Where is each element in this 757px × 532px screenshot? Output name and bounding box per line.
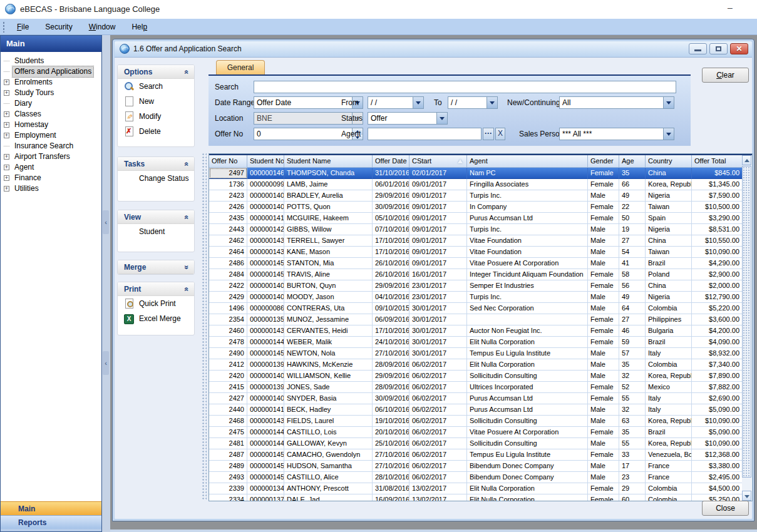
close-button[interactable]: Close — [702, 501, 749, 516]
table-row[interactable]: 24860000001452STANTON, Mia26/10/201609/0… — [209, 258, 743, 269]
sidebar-item-students[interactable]: Students — [1, 56, 101, 66]
tasks-item-change-status[interactable]: Change Status — [118, 171, 194, 186]
expand-plus-icon[interactable]: + — [4, 90, 9, 96]
sidebar-item-diary[interactable]: Diary — [1, 98, 101, 109]
sidebar-item-homestay[interactable]: +Homestay — [1, 120, 101, 130]
to-date-select[interactable]: / / — [448, 96, 498, 109]
table-row[interactable]: 24930000001459CASTILLO, Alice28/10/20160… — [209, 472, 743, 483]
expand-plus-icon[interactable]: + — [4, 133, 9, 138]
table-row[interactable]: 24120000001396HAWKINS, McKenzie28/09/201… — [209, 359, 743, 371]
sidebar-item-classes[interactable]: +Classes — [1, 109, 101, 120]
column-header-student-name[interactable]: Student Name — [284, 155, 373, 168]
agent-browse-button[interactable]: ··· — [483, 128, 494, 140]
column-header-offer-date[interactable]: Offer Date — [373, 155, 409, 168]
chevron-up-icon[interactable]: « — [185, 157, 189, 171]
sidebar-item-airport-transfers[interactable]: +Airport Transfers — [1, 151, 101, 162]
sidebar-item-offers-and-applications[interactable]: Offers and Applications — [1, 66, 101, 77]
new-continuing-select[interactable]: All — [559, 96, 674, 109]
sidebar-item-finance[interactable]: +Finance — [1, 173, 101, 183]
table-row[interactable]: 24900000001456NEWTON, Nola27/10/201630/0… — [209, 348, 743, 359]
table-row[interactable]: 24890000001455HUDSON, Samantha27/10/2016… — [209, 461, 743, 472]
table-row[interactable]: 24810000001448GALLOWAY, Kevyn25/10/20160… — [209, 438, 743, 449]
search-input[interactable] — [254, 81, 676, 93]
agent-clear-button[interactable]: X — [495, 128, 505, 140]
table-row[interactable]: 24200000001400WILLIAMSON, Kellie29/09/20… — [209, 371, 743, 382]
view-item-student[interactable]: Student — [118, 224, 194, 239]
table-row[interactable]: 24400000001418BECK, Hadley06/10/201606/0… — [209, 404, 743, 416]
chevron-down-icon[interactable]: » — [185, 260, 189, 274]
table-row[interactable]: 23390000001346ANTHONY, Prescott31/08/201… — [209, 483, 743, 494]
panel-grid-splitter[interactable] — [202, 153, 207, 501]
expand-plus-icon[interactable]: + — [4, 154, 9, 160]
sales-person-select[interactable]: *** All *** — [559, 128, 674, 140]
panel-print-header[interactable]: Print« — [118, 282, 194, 296]
window-minimize-button[interactable] — [689, 43, 707, 54]
column-header-offer-total[interactable]: Offer Total — [692, 155, 743, 168]
from-date-select[interactable]: / / — [368, 96, 424, 109]
chevron-down-icon[interactable] — [436, 113, 447, 124]
expand-plus-icon[interactable]: + — [4, 122, 9, 128]
clear-button[interactable]: Clear — [702, 68, 749, 83]
print-item-excel-merge[interactable]: Excel Merge — [118, 311, 194, 326]
table-row[interactable]: 17360000000993LAMB, Jaime06/01/201609/01… — [209, 179, 743, 190]
chevron-up-icon[interactable]: « — [185, 210, 189, 224]
scroll-down-icon[interactable] — [742, 491, 751, 501]
table-row[interactable]: 24270000001407SNYDER, Basia30/09/201606/… — [209, 393, 743, 404]
table-row[interactable]: 14960000000869CONTRERAS, Uta09/10/201530… — [209, 303, 743, 314]
table-row[interactable]: 24600000001433CERVANTES, Heidi17/10/2016… — [209, 325, 743, 337]
table-row[interactable]: 24350000001415MCGUIRE, Hakeem05/10/20160… — [209, 213, 743, 224]
chevron-down-icon[interactable] — [487, 97, 497, 108]
chevron-down-icon[interactable] — [663, 97, 674, 108]
sidebar-item-agent[interactable]: +Agent — [1, 162, 101, 173]
sidebar-item-insurance-search[interactable]: Insurance Search — [1, 141, 101, 151]
menu-help[interactable]: Help — [123, 21, 155, 33]
agent-input[interactable] — [368, 128, 481, 140]
grid-scrollbar[interactable] — [742, 155, 751, 501]
table-row[interactable]: 24430000001421GIBBS, Willow07/10/201609/… — [209, 224, 743, 235]
table-row[interactable]: 24970000001462THOMPSON, Chanda31/10/2016… — [209, 168, 743, 179]
menu-file[interactable]: File — [9, 21, 37, 33]
expand-plus-icon[interactable]: + — [4, 165, 9, 170]
menu-security[interactable]: Security — [37, 21, 80, 33]
sidebar-item-utilities[interactable]: +Utilities — [1, 183, 101, 194]
table-row[interactable]: 23340000001374DALE, Jad16/09/201613/02/2… — [209, 494, 743, 501]
panel-tasks-header[interactable]: Tasks« — [118, 157, 194, 171]
table-row[interactable]: 24230000001403BRADLEY, Aurelia29/09/2016… — [209, 190, 743, 202]
table-row[interactable]: 24640000001437KANE, Mason17/10/201609/01… — [209, 247, 743, 258]
expand-plus-icon[interactable]: + — [4, 175, 9, 181]
sidebar-splitter[interactable]: ‹ ‹ — [102, 35, 110, 532]
column-header-student-no[interactable]: Student No — [247, 155, 284, 168]
column-header-offer-no[interactable]: Offer No — [209, 155, 247, 168]
window-restore-button[interactable] — [709, 43, 728, 54]
options-item-modify[interactable]: Modify — [118, 109, 194, 124]
table-row[interactable]: 24260000001406POTTS, Quon30/09/201609/01… — [209, 202, 743, 213]
app-minimize-button[interactable]: – — [723, 3, 737, 14]
chevron-up-icon[interactable]: « — [185, 282, 189, 296]
status-select[interactable]: Offer — [368, 112, 448, 125]
options-item-new[interactable]: New — [118, 94, 194, 109]
table-row[interactable]: 24620000001435TERRELL, Sawyer17/10/20160… — [209, 235, 743, 247]
table-row[interactable]: 24220000001402BURTON, Quyn29/09/201623/0… — [209, 280, 743, 292]
panel-view-header[interactable]: View« — [118, 210, 194, 224]
splitter-collapse-icon[interactable]: ‹ — [103, 210, 109, 234]
sidebar-footer-main[interactable]: Main — [1, 501, 101, 515]
column-header-cstart[interactable]: CStart — [409, 155, 467, 168]
sidebar-item-study-tours[interactable]: +Study Tours — [1, 88, 101, 98]
column-header-agent[interactable]: Agent — [467, 155, 588, 168]
table-row[interactable]: 24870000001453CAMACHO, Gwendolyn27/10/20… — [209, 449, 743, 461]
table-row[interactable]: 24290000001409MOODY, Jason04/10/201623/0… — [209, 292, 743, 303]
tab-general[interactable]: General — [216, 60, 265, 75]
window-close-button[interactable]: ✕ — [730, 43, 748, 54]
chevron-up-icon[interactable]: « — [185, 65, 189, 79]
table-row[interactable]: 24750000001443CASTILLO, Lois20/10/201606… — [209, 427, 743, 438]
chevron-down-icon[interactable] — [663, 128, 674, 140]
panel-options-header[interactable]: Options« — [118, 65, 194, 79]
sidebar-footer-reports[interactable]: Reports — [1, 515, 101, 529]
options-item-delete[interactable]: Delete — [118, 124, 194, 139]
expand-plus-icon[interactable]: + — [4, 111, 9, 117]
column-header-country[interactable]: Country — [646, 155, 692, 168]
sidebar-item-employment[interactable]: +Employment — [1, 130, 101, 141]
table-row[interactable]: 23540000001358MUNOZ, Jessamine06/09/2016… — [209, 314, 743, 325]
chevron-down-icon[interactable] — [413, 97, 423, 108]
scroll-up-icon[interactable] — [742, 155, 751, 165]
